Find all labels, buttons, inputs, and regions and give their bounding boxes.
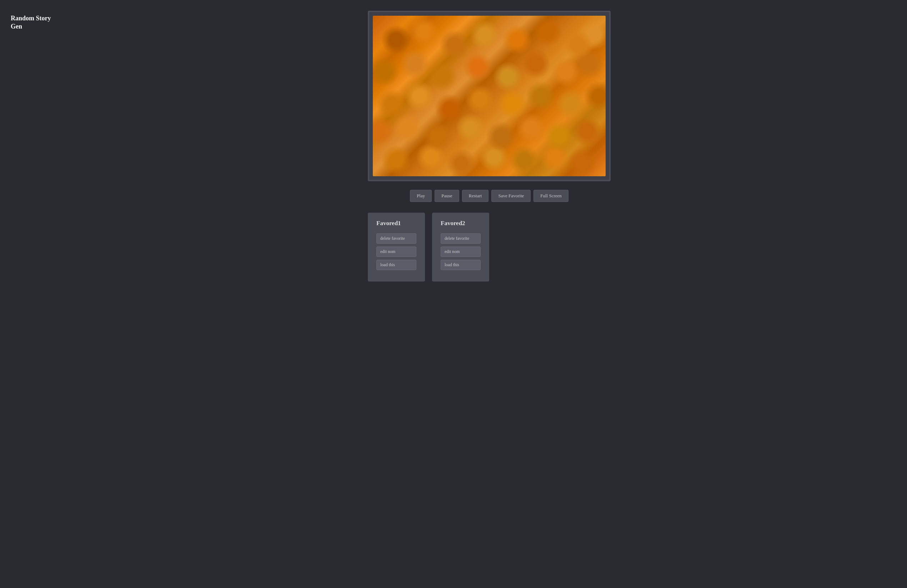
load-this-2-button[interactable]: load this bbox=[441, 260, 481, 270]
restart-button[interactable]: Restart bbox=[462, 190, 489, 202]
favorite-card-1: Favored1 delete favorite edit nom load t… bbox=[368, 213, 425, 281]
video-display bbox=[373, 16, 606, 176]
main-content: Play Pause Restart Save Favorite Full Sc… bbox=[82, 11, 896, 577]
video-frame bbox=[368, 11, 611, 181]
favorite-title-1: Favored1 bbox=[377, 220, 417, 227]
favorite-title-2: Favored2 bbox=[441, 220, 481, 227]
app-title: Random Story Gen bbox=[11, 14, 82, 31]
delete-favorite-1-button[interactable]: delete favorite bbox=[377, 233, 417, 244]
full-screen-button[interactable]: Full Screen bbox=[534, 190, 569, 202]
play-button[interactable]: Play bbox=[410, 190, 432, 202]
app-container: Random Story Gen Play Pause Restart Save… bbox=[0, 0, 907, 588]
favorite-card-2: Favored2 delete favorite edit nom load t… bbox=[432, 213, 489, 281]
pause-button[interactable]: Pause bbox=[434, 190, 459, 202]
edit-nom-1-button[interactable]: edit nom bbox=[377, 246, 417, 257]
delete-favorite-2-button[interactable]: delete favorite bbox=[441, 233, 481, 244]
save-favorite-button[interactable]: Save Favorite bbox=[491, 190, 530, 202]
edit-nom-2-button[interactable]: edit nom bbox=[441, 246, 481, 257]
sidebar: Random Story Gen bbox=[11, 11, 82, 577]
controls-row: Play Pause Restart Save Favorite Full Sc… bbox=[410, 190, 569, 202]
load-this-1-button[interactable]: load this bbox=[377, 260, 417, 270]
favorites-row: Favored1 delete favorite edit nom load t… bbox=[368, 213, 611, 281]
